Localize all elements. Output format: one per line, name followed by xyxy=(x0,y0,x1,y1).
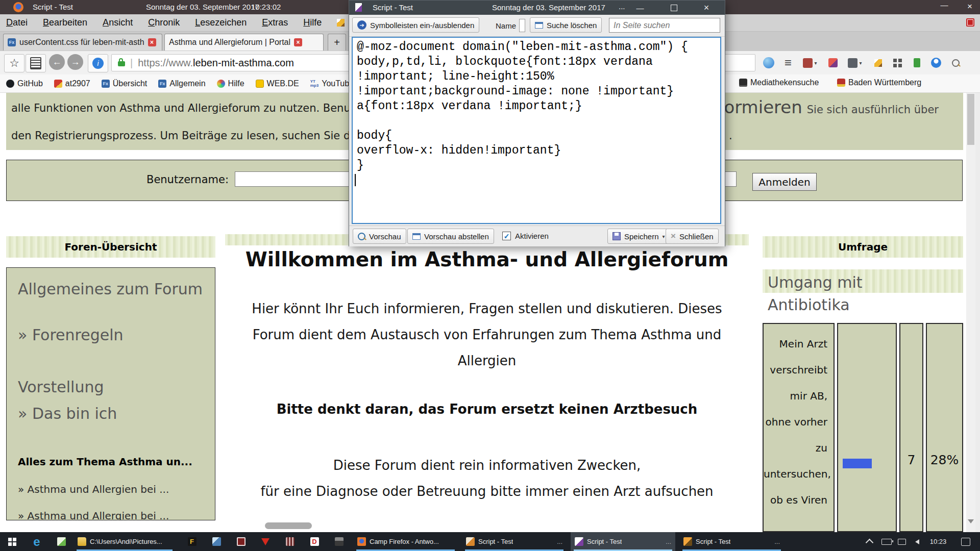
f-app-button[interactable]: F xyxy=(180,532,204,551)
bookmark-allgemein[interactable]: FxAllgemein xyxy=(158,79,205,88)
media-app-button[interactable] xyxy=(278,532,302,551)
fx-file-icon: Fx xyxy=(8,38,16,46)
tab-forum-portal[interactable]: Asthma und Allergieforum | Portal × xyxy=(164,34,324,51)
menu-datei[interactable]: Datei xyxy=(6,17,28,28)
windows-taskbar: e C:\Users\Andi\Pictures... F D Camp Fir… xyxy=(0,532,980,551)
f-app-icon: F xyxy=(188,537,197,546)
menu-extras[interactable]: Extras xyxy=(262,17,288,28)
activate-checkbox[interactable]: ✓ xyxy=(502,232,511,240)
camera-app-button[interactable] xyxy=(229,532,253,551)
image-viewer-button[interactable] xyxy=(49,532,74,551)
dialog-close-button[interactable]: × xyxy=(695,1,718,15)
preview-button[interactable]: Vorschau xyxy=(353,229,406,244)
menu-ansicht[interactable]: Ansicht xyxy=(103,17,133,28)
explorer-folder-button[interactable]: C:\Users\Andi\Pictures... xyxy=(74,532,176,551)
bookmark-flag-icon[interactable] xyxy=(908,54,926,71)
volume-status[interactable] xyxy=(910,532,925,551)
https-lock-icon[interactable] xyxy=(118,61,125,66)
github-icon xyxy=(6,80,14,88)
abp-icon[interactable]: ▾ xyxy=(798,54,822,71)
action-center-button[interactable] xyxy=(955,532,976,551)
blue-app-icon xyxy=(212,537,221,546)
bookmark-hilfe[interactable]: Hilfe xyxy=(217,79,244,88)
toggle-toolbars-button[interactable]: ➔ Symbolleisten ein-/ausblenden xyxy=(352,17,479,33)
reading-list-icon[interactable] xyxy=(26,54,46,72)
dialog-titlebar[interactable]: Script - Test Sonntag der 03. September … xyxy=(349,1,725,15)
horizontal-scrollbar-thumb[interactable] xyxy=(265,522,312,529)
tab-close-icon[interactable]: × xyxy=(294,38,302,46)
firefox-icon xyxy=(13,2,23,12)
menu-chronik[interactable]: Chronik xyxy=(148,17,180,28)
task-script-test-1[interactable]: Script - Test ... xyxy=(462,532,567,551)
bookmark-at2907[interactable]: at2907 xyxy=(54,79,90,88)
info-button[interactable]: i xyxy=(88,54,108,72)
bookmark-webde[interactable]: WEB.DE xyxy=(256,79,299,88)
battery-status[interactable] xyxy=(879,532,894,551)
forum-link-das-bin-ich[interactable]: » Das bin ich xyxy=(18,405,117,422)
info-paragraph: Diese Forum dient rein informativen Zwec… xyxy=(225,453,749,505)
noscript-icon[interactable]: ▾ xyxy=(843,54,867,71)
edit-pencil-icon[interactable] xyxy=(869,54,887,71)
start-button[interactable] xyxy=(0,532,24,551)
tab-usercontent[interactable]: Fx userContent.css für leben-mit-asth × xyxy=(3,34,162,51)
menu-bearbeiten[interactable]: Bearbeiten xyxy=(43,17,87,28)
tripod-app-button[interactable] xyxy=(327,532,351,551)
bookmark-uebersicht[interactable]: FxÜbersicht xyxy=(102,79,148,88)
login-button[interactable]: Anmelden xyxy=(752,173,817,191)
d-app-button[interactable]: D xyxy=(302,532,327,551)
poll-votes: 7 xyxy=(900,453,922,467)
window-minimize-button[interactable]: — xyxy=(934,1,954,9)
clear-search-button[interactable]: Suche löschen xyxy=(530,17,602,33)
clipboard-glyph xyxy=(30,57,41,69)
forward-button[interactable]: → xyxy=(67,54,83,70)
find-in-page-input[interactable] xyxy=(609,18,720,33)
downloader-button[interactable] xyxy=(253,532,278,551)
activate-checkbox-row[interactable]: ✓ Aktivieren xyxy=(502,232,549,240)
bookmark-baden-wuerttemberg[interactable]: Baden Württemberg xyxy=(837,78,921,87)
dialog-minimize-button[interactable]: — xyxy=(629,1,651,15)
menu-hilfe[interactable]: Hilfe xyxy=(303,17,322,28)
network-status[interactable] xyxy=(894,532,910,551)
forum-link-forenregeln[interactable]: » Forenregeln xyxy=(18,326,124,344)
tab-close-icon[interactable]: × xyxy=(148,38,156,46)
search-icon[interactable] xyxy=(946,54,965,71)
intro-line2: den Registrierungsprozess. Um Beiträge z… xyxy=(11,130,389,142)
brush-icon[interactable] xyxy=(824,54,842,71)
dialog-maximize-button[interactable] xyxy=(663,1,685,15)
menu-lesezeichen[interactable]: Lesezeichen xyxy=(195,17,247,28)
forum-link-asthma-2[interactable]: » Asthma und Allergien bei ... xyxy=(18,510,169,520)
stylish-pencil-icon xyxy=(575,537,583,546)
globe-icon[interactable] xyxy=(760,54,778,71)
taskbar-clock[interactable]: 10:23 xyxy=(925,532,951,551)
bookmark-star-icon[interactable]: ☆ xyxy=(4,54,24,72)
back-button[interactable]: ← xyxy=(49,54,65,70)
film-icon xyxy=(286,537,295,546)
page-scrollbar-thumb[interactable] xyxy=(967,94,974,145)
paragraph-line: für eine Diagnose oder Betreuung bitte i… xyxy=(225,479,749,505)
forum-link-asthma-1[interactable]: » Asthma und Allergien bei ... xyxy=(18,483,169,495)
task-script-test-active[interactable]: Script - Test ... xyxy=(571,532,675,551)
blue-app-button[interactable] xyxy=(204,532,229,551)
css-code-editor[interactable]: @-moz-document domain("leben-mit-asthma.… xyxy=(352,37,721,224)
task-script-test-2[interactable]: Script - Test ... xyxy=(679,532,784,551)
new-tab-button[interactable]: + xyxy=(328,34,346,51)
task-camp-firefox[interactable]: Camp Firefox - Antwo... xyxy=(353,532,458,551)
page-scrollbar[interactable] xyxy=(966,93,975,532)
stop-preview-button[interactable]: Vorschau abstellen xyxy=(407,229,494,244)
grid-icon[interactable] xyxy=(888,54,906,71)
close-dialog-button[interactable]: × Schließen xyxy=(666,229,719,244)
hamburger-menu-icon[interactable]: ≡ xyxy=(779,54,797,71)
window-close-button[interactable]: × xyxy=(962,2,978,12)
bookmark-github[interactable]: GitHub xyxy=(6,79,43,88)
save-button[interactable]: Speichern ▾ xyxy=(607,229,670,244)
scrollbar-down-icon[interactable] xyxy=(968,519,974,523)
account-person-icon[interactable] xyxy=(927,54,945,71)
edge-button[interactable]: e xyxy=(24,532,49,551)
menu-grid-icon[interactable] xyxy=(966,18,974,27)
tray-expand-button[interactable] xyxy=(862,532,877,551)
task-label: Camp Firefox - Antwo... xyxy=(370,538,439,545)
maximize-icon xyxy=(671,5,677,11)
bookmark-mediathekensuche[interactable]: Mediathekensuche xyxy=(739,78,819,87)
pencil-icon[interactable] xyxy=(337,19,345,27)
dialog-overflow-ellipsis[interactable]: ... xyxy=(619,2,625,11)
